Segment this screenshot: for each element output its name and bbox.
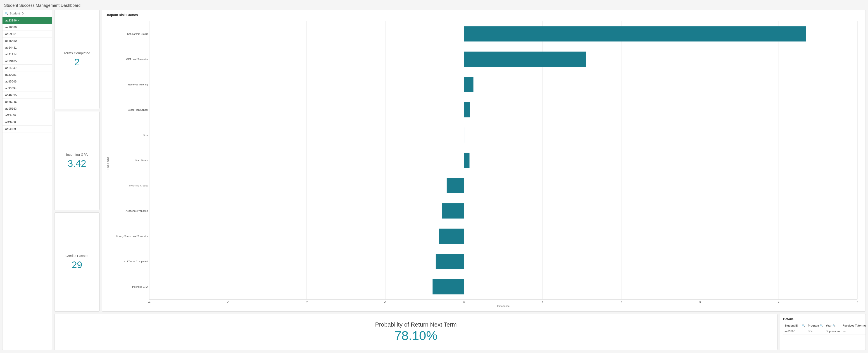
student-item[interactable]: ac85649 xyxy=(2,78,52,85)
details-header-row: Student ID▲🔍Program🔍Year🔍Receives Tutori… xyxy=(783,323,866,328)
svg-text:5: 5 xyxy=(857,301,858,304)
center-panel: Terms Completed 2 Incoming GPA 3.42 Cred… xyxy=(54,10,866,350)
svg-text:Incoming Credits: Incoming Credits xyxy=(129,184,148,187)
details-title: Details xyxy=(783,317,862,321)
svg-rect-43 xyxy=(433,279,464,294)
details-table: Student ID▲🔍Program🔍Year🔍Receives Tutori… xyxy=(783,323,866,334)
bar-chart-svg: -4-3-2-1012345ImportanceScholarship Stat… xyxy=(110,19,862,307)
svg-rect-25 xyxy=(464,51,586,67)
column-label: Receives Tutoring xyxy=(842,324,866,327)
svg-text:Scholarship Status: Scholarship Status xyxy=(127,33,148,35)
search-icon: 🔍 xyxy=(5,12,8,15)
svg-text:0: 0 xyxy=(463,301,465,304)
svg-rect-27 xyxy=(464,77,473,92)
details-column-header: Student ID▲🔍 xyxy=(783,323,806,328)
svg-text:-4: -4 xyxy=(148,301,150,304)
svg-rect-33 xyxy=(464,153,469,168)
bar-chart-container: -4-3-2-1012345ImportanceScholarship Stat… xyxy=(110,19,862,307)
table-cell: BSc. xyxy=(806,328,824,334)
column-label: Program xyxy=(808,324,819,327)
column-search-icon[interactable]: 🔍 xyxy=(833,324,836,327)
table-cell: Sophomore xyxy=(824,328,841,334)
svg-text:GPA Last Semester: GPA Last Semester xyxy=(126,58,148,61)
svg-text:3: 3 xyxy=(699,301,701,304)
details-column-header: Receives Tutoring🔍 xyxy=(841,323,866,328)
svg-text:2: 2 xyxy=(621,301,622,304)
details-column-header: Program🔍 xyxy=(806,323,824,328)
student-item[interactable]: aa33396 xyxy=(2,17,52,24)
incoming-gpa-label: Incoming GPA xyxy=(66,152,88,156)
column-label: Student ID xyxy=(784,324,798,327)
student-item[interactable]: aa59561 xyxy=(2,31,52,37)
student-item[interactable]: ab45480 xyxy=(2,37,52,44)
student-item[interactable]: ad46995 xyxy=(2,92,52,99)
incoming-gpa-card: Incoming GPA 3.42 xyxy=(54,111,99,210)
table-row: aa33396BSc.Sophomoreno xyxy=(783,328,866,334)
student-item[interactable]: ac30983 xyxy=(2,71,52,78)
svg-text:Academic Probation: Academic Probation xyxy=(126,210,148,212)
student-item[interactable]: af49466 xyxy=(2,119,52,126)
probability-card: Probability of Return Next Term 78.10% xyxy=(54,314,777,350)
student-item[interactable]: ac14349 xyxy=(2,65,52,71)
credits-passed-label: Credits Passed xyxy=(65,254,89,258)
stat-cards: Terms Completed 2 Incoming GPA 3.42 Cred… xyxy=(54,10,99,312)
svg-text:Incoming GPA: Incoming GPA xyxy=(132,285,148,288)
details-body: aa33396BSc.Sophomoreno xyxy=(783,328,866,334)
credits-passed-card: Credits Passed 29 xyxy=(54,212,99,312)
svg-rect-41 xyxy=(436,254,464,269)
student-item[interactable]: ae95563 xyxy=(2,105,52,112)
column-search-icon[interactable]: 🔍 xyxy=(820,324,823,327)
table-cell: aa33396 xyxy=(783,328,806,334)
svg-text:Library Scans Last Semester: Library Scans Last Semester xyxy=(116,235,148,238)
svg-rect-31 xyxy=(464,128,464,143)
chart-area: Risk Factor -4-3-2-1012345ImportanceScho… xyxy=(106,19,862,307)
svg-text:# of Terms Completed: # of Terms Completed xyxy=(124,260,148,263)
svg-rect-35 xyxy=(447,178,464,193)
svg-text:Local High School: Local High School xyxy=(128,108,148,111)
table-cell: no xyxy=(841,328,866,334)
student-item[interactable]: ab64431 xyxy=(2,44,52,51)
svg-text:-3: -3 xyxy=(227,301,229,304)
svg-rect-29 xyxy=(464,102,470,117)
column-search-icon[interactable]: 🔍 xyxy=(802,324,805,327)
terms-completed-value: 2 xyxy=(74,57,80,68)
svg-text:Receives Tutoring: Receives Tutoring xyxy=(128,83,148,86)
student-list-panel: 🔍 aa33396aa16889aa59561ab45480ab64431ab9… xyxy=(2,10,52,350)
terms-completed-card: Terms Completed 2 xyxy=(54,10,99,109)
chart-title: Dropout Risk Factors xyxy=(106,13,862,17)
student-list: aa33396aa16889aa59561ab45480ab64431ab919… xyxy=(2,17,52,350)
page-title: Student Success Management Dashboard xyxy=(0,0,868,10)
bottom-row: Probability of Return Next Term 78.10% D… xyxy=(54,314,866,350)
svg-text:1: 1 xyxy=(542,301,544,304)
student-item[interactable]: ad65046 xyxy=(2,99,52,105)
student-item[interactable]: af54839 xyxy=(2,126,52,133)
svg-rect-39 xyxy=(439,229,464,244)
svg-text:-2: -2 xyxy=(306,301,308,304)
terms-completed-label: Terms Completed xyxy=(64,51,90,55)
details-panel: Details Student ID▲🔍Program🔍Year🔍Receive… xyxy=(780,314,866,350)
svg-text:Start Month: Start Month xyxy=(135,159,148,162)
svg-rect-37 xyxy=(442,203,464,218)
incoming-gpa-value: 3.42 xyxy=(68,158,86,169)
credits-passed-value: 29 xyxy=(72,259,82,270)
student-item[interactable]: ac93894 xyxy=(2,85,52,92)
search-input[interactable] xyxy=(10,12,50,15)
svg-text:Year: Year xyxy=(143,134,148,137)
svg-text:Importance: Importance xyxy=(497,305,509,307)
student-item[interactable]: af33440 xyxy=(2,112,52,119)
probability-value: 78.10% xyxy=(395,328,437,343)
main-layout: 🔍 aa33396aa16889aa59561ab45480ab64431ab9… xyxy=(0,10,868,352)
chart-panel: Dropout Risk Factors Risk Factor -4-3-2-… xyxy=(102,10,866,312)
svg-text:4: 4 xyxy=(778,301,779,304)
svg-rect-23 xyxy=(464,26,806,41)
search-box: 🔍 xyxy=(2,10,52,17)
student-item[interactable]: aa16889 xyxy=(2,24,52,31)
sort-arrow-icon[interactable]: ▲ xyxy=(799,324,801,327)
details-column-header: Year🔍 xyxy=(824,323,841,328)
probability-label: Probability of Return Next Term xyxy=(375,321,457,328)
student-item[interactable]: ab99185 xyxy=(2,58,52,65)
column-label: Year xyxy=(826,324,831,327)
student-item[interactable]: ab91914 xyxy=(2,51,52,58)
top-row: Terms Completed 2 Incoming GPA 3.42 Cred… xyxy=(54,10,866,312)
svg-text:-1: -1 xyxy=(384,301,386,304)
